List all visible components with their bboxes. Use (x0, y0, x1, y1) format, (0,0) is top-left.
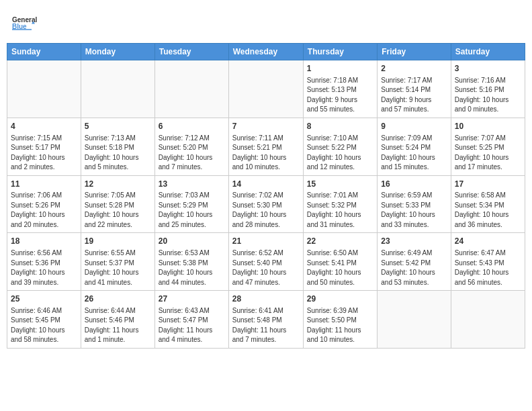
day-number: 8 (307, 121, 373, 132)
day-info: Sunrise: 7:05 AMSunset: 5:28 PMDaylight:… (85, 191, 151, 230)
calendar-cell: 25Sunrise: 6:46 AMSunset: 5:45 PMDayligh… (7, 291, 81, 349)
day-info: Sunrise: 6:50 AMSunset: 5:41 PMDaylight:… (307, 248, 373, 287)
day-info: Sunrise: 7:06 AMSunset: 5:26 PMDaylight:… (11, 191, 77, 230)
calendar-cell: 10Sunrise: 7:07 AMSunset: 5:25 PMDayligh… (451, 118, 525, 175)
week-row-3: 18Sunrise: 6:56 AMSunset: 5:36 PMDayligh… (7, 233, 525, 291)
week-row-1: 4Sunrise: 7:15 AMSunset: 5:17 PMDaylight… (7, 118, 525, 175)
day-info: Sunrise: 6:58 AMSunset: 5:34 PMDaylight:… (455, 191, 521, 230)
weekday-header-monday: Monday (81, 44, 154, 60)
day-info: Sunrise: 6:53 AMSunset: 5:38 PMDaylight:… (159, 248, 225, 287)
day-info: Sunrise: 7:01 AMSunset: 5:32 PMDaylight:… (307, 191, 373, 230)
day-number: 5 (85, 121, 151, 132)
week-row-4: 25Sunrise: 6:46 AMSunset: 5:45 PMDayligh… (7, 291, 525, 349)
day-info: Sunrise: 6:44 AMSunset: 5:46 PMDaylight:… (85, 306, 151, 345)
calendar-cell: 1Sunrise: 7:18 AMSunset: 5:13 PMDaylight… (303, 60, 377, 118)
day-info: Sunrise: 6:55 AMSunset: 5:37 PMDaylight:… (85, 248, 151, 287)
day-info: Sunrise: 7:11 AMSunset: 5:21 PMDaylight:… (232, 134, 300, 173)
day-number: 14 (232, 179, 300, 190)
day-info: Sunrise: 7:17 AMSunset: 5:14 PMDaylight:… (381, 76, 447, 115)
svg-text:Blue: Blue (12, 23, 27, 30)
day-number: 29 (307, 293, 373, 305)
calendar-cell: 9Sunrise: 7:09 AMSunset: 5:24 PMDaylight… (378, 118, 451, 175)
page-header: General Blue (7, 7, 525, 39)
weekday-header-tuesday: Tuesday (154, 44, 228, 60)
calendar-cell: 5Sunrise: 7:13 AMSunset: 5:18 PMDaylight… (81, 118, 154, 175)
day-info: Sunrise: 6:56 AMSunset: 5:36 PMDaylight:… (11, 248, 77, 287)
day-number: 1 (307, 63, 373, 75)
day-number: 9 (381, 121, 447, 132)
day-number: 11 (11, 179, 77, 190)
calendar-cell (451, 291, 525, 349)
calendar-cell (228, 60, 303, 118)
day-info: Sunrise: 7:07 AMSunset: 5:25 PMDaylight:… (455, 134, 521, 173)
calendar-cell: 15Sunrise: 7:01 AMSunset: 5:32 PMDayligh… (303, 175, 377, 233)
calendar-cell: 20Sunrise: 6:53 AMSunset: 5:38 PMDayligh… (154, 233, 228, 291)
calendar-cell (154, 60, 228, 118)
calendar-cell: 29Sunrise: 6:39 AMSunset: 5:50 PMDayligh… (303, 291, 377, 349)
calendar-cell: 8Sunrise: 7:10 AMSunset: 5:22 PMDaylight… (303, 118, 377, 175)
calendar-cell: 2Sunrise: 7:17 AMSunset: 5:14 PMDaylight… (378, 60, 451, 118)
calendar-cell: 22Sunrise: 6:50 AMSunset: 5:41 PMDayligh… (303, 233, 377, 291)
calendar-cell: 3Sunrise: 7:16 AMSunset: 5:16 PMDaylight… (451, 60, 525, 118)
day-number: 10 (455, 121, 521, 132)
day-info: Sunrise: 7:03 AMSunset: 5:29 PMDaylight:… (159, 191, 225, 230)
calendar-cell: 26Sunrise: 6:44 AMSunset: 5:46 PMDayligh… (81, 291, 154, 349)
day-info: Sunrise: 7:02 AMSunset: 5:30 PMDaylight:… (232, 191, 300, 230)
day-number: 13 (159, 179, 225, 190)
day-number: 12 (85, 179, 151, 190)
calendar-table: SundayMondayTuesdayWednesdayThursdayFrid… (7, 43, 525, 349)
week-row-2: 11Sunrise: 7:06 AMSunset: 5:26 PMDayligh… (7, 175, 525, 233)
weekday-header-thursday: Thursday (303, 44, 377, 60)
calendar-cell: 24Sunrise: 6:47 AMSunset: 5:43 PMDayligh… (451, 233, 525, 291)
logo-svg: General Blue (12, 9, 39, 36)
day-number: 20 (159, 236, 225, 247)
calendar-cell: 17Sunrise: 6:58 AMSunset: 5:34 PMDayligh… (451, 175, 525, 233)
day-number: 18 (11, 236, 77, 247)
logo: General Blue (12, 9, 39, 36)
day-info: Sunrise: 6:41 AMSunset: 5:48 PMDaylight:… (232, 306, 300, 345)
day-info: Sunrise: 7:18 AMSunset: 5:13 PMDaylight:… (307, 76, 373, 115)
day-info: Sunrise: 7:15 AMSunset: 5:17 PMDaylight:… (11, 134, 77, 173)
day-info: Sunrise: 7:09 AMSunset: 5:24 PMDaylight:… (381, 134, 447, 173)
calendar-cell: 14Sunrise: 7:02 AMSunset: 5:30 PMDayligh… (228, 175, 303, 233)
calendar-cell: 18Sunrise: 6:56 AMSunset: 5:36 PMDayligh… (7, 233, 81, 291)
calendar-cell: 12Sunrise: 7:05 AMSunset: 5:28 PMDayligh… (81, 175, 154, 233)
day-number: 22 (307, 236, 373, 247)
day-number: 2 (381, 63, 447, 75)
weekday-header-saturday: Saturday (451, 44, 525, 60)
day-number: 28 (232, 293, 300, 305)
day-number: 7 (232, 121, 300, 132)
day-info: Sunrise: 6:59 AMSunset: 5:33 PMDaylight:… (381, 191, 447, 230)
day-number: 6 (159, 121, 225, 132)
day-info: Sunrise: 7:16 AMSunset: 5:16 PMDaylight:… (455, 76, 521, 115)
day-info: Sunrise: 6:47 AMSunset: 5:43 PMDaylight:… (455, 248, 521, 287)
calendar-cell: 13Sunrise: 7:03 AMSunset: 5:29 PMDayligh… (154, 175, 228, 233)
day-info: Sunrise: 6:43 AMSunset: 5:47 PMDaylight:… (159, 306, 225, 345)
calendar-cell: 27Sunrise: 6:43 AMSunset: 5:47 PMDayligh… (154, 291, 228, 349)
day-number: 16 (381, 179, 447, 190)
day-number: 3 (455, 63, 521, 75)
day-number: 25 (11, 293, 77, 305)
day-number: 19 (85, 236, 151, 247)
day-number: 15 (307, 179, 373, 190)
week-row-0: 1Sunrise: 7:18 AMSunset: 5:13 PMDaylight… (7, 60, 525, 118)
day-number: 21 (232, 236, 300, 247)
calendar-cell (378, 291, 451, 349)
day-info: Sunrise: 7:12 AMSunset: 5:20 PMDaylight:… (159, 134, 225, 173)
calendar-cell: 11Sunrise: 7:06 AMSunset: 5:26 PMDayligh… (7, 175, 81, 233)
day-number: 17 (455, 179, 521, 190)
day-info: Sunrise: 6:39 AMSunset: 5:50 PMDaylight:… (307, 306, 373, 345)
day-number: 23 (381, 236, 447, 247)
weekday-header-row: SundayMondayTuesdayWednesdayThursdayFrid… (7, 44, 525, 60)
day-number: 26 (85, 293, 151, 305)
day-number: 4 (11, 121, 77, 132)
day-number: 24 (455, 236, 521, 247)
day-number: 27 (159, 293, 225, 305)
day-info: Sunrise: 7:13 AMSunset: 5:18 PMDaylight:… (85, 134, 151, 173)
calendar-cell (81, 60, 154, 118)
calendar-cell (7, 60, 81, 118)
calendar-cell: 21Sunrise: 6:52 AMSunset: 5:40 PMDayligh… (228, 233, 303, 291)
weekday-header-sunday: Sunday (7, 44, 81, 60)
calendar-cell: 28Sunrise: 6:41 AMSunset: 5:48 PMDayligh… (228, 291, 303, 349)
day-info: Sunrise: 6:52 AMSunset: 5:40 PMDaylight:… (232, 248, 300, 287)
